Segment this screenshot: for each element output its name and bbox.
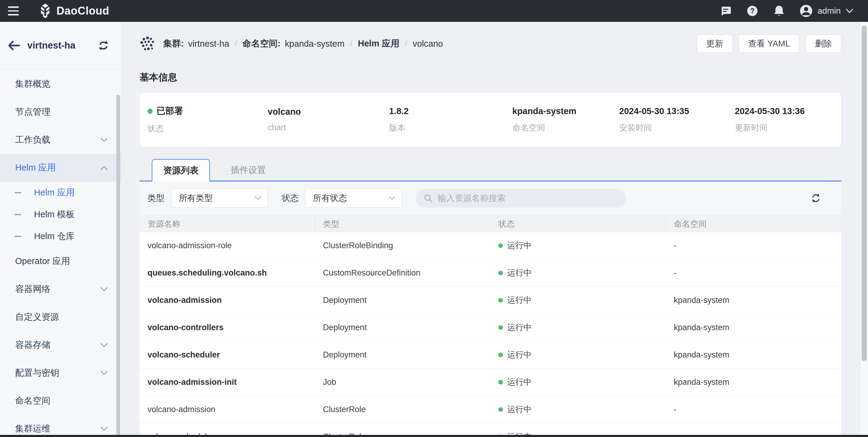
chevron-down-icon bbox=[100, 343, 108, 347]
chevron-up-icon bbox=[100, 166, 108, 170]
info-field-version: 1.8.2 版本 bbox=[389, 106, 512, 133]
daocloud-logo-icon bbox=[38, 3, 52, 19]
running-status-dot bbox=[498, 325, 503, 330]
bell-icon[interactable] bbox=[773, 5, 785, 17]
user-menu[interactable]: admin bbox=[799, 4, 854, 18]
username: admin bbox=[817, 6, 841, 16]
breadcrumb-app-name: volcano bbox=[413, 39, 443, 49]
sidebar-item-custom-resources[interactable]: 自定义资源 bbox=[0, 303, 121, 331]
search-input[interactable] bbox=[438, 193, 618, 203]
table-row[interactable]: volcano-controllers Deployment 运行中 kpand… bbox=[140, 314, 841, 341]
running-status-dot bbox=[498, 271, 503, 275]
sidebar-subitem-helm-templates[interactable]: Helm 模板 bbox=[0, 204, 121, 225]
page-scrollbar-thumb[interactable] bbox=[862, 26, 867, 361]
type-filter-select[interactable]: 所有类型 bbox=[171, 189, 268, 208]
column-header-name: 资源名称 bbox=[140, 216, 315, 232]
status-filter-select[interactable]: 所有状态 bbox=[305, 189, 402, 208]
back-arrow-icon[interactable] bbox=[7, 39, 21, 52]
page-scrollbar[interactable] bbox=[860, 22, 868, 437]
hamburger-menu-icon[interactable] bbox=[8, 2, 26, 20]
dash-icon bbox=[14, 192, 21, 193]
refresh-icon[interactable] bbox=[809, 191, 823, 205]
chevron-down-icon bbox=[389, 196, 396, 200]
sidebar-item-container-network[interactable]: 容器网络 bbox=[0, 275, 121, 303]
update-button[interactable]: 更新 bbox=[697, 35, 733, 53]
running-status-dot bbox=[498, 298, 503, 303]
resource-list-panel: 类型 所有类型 状态 所有状态 bbox=[140, 182, 841, 437]
table-row[interactable]: volcano-admission-init Job 运行中 kpanda-sy… bbox=[140, 369, 841, 396]
breadcrumb-cluster-value[interactable]: virtnest-ha bbox=[188, 39, 229, 49]
view-yaml-button[interactable]: 查看 YAML bbox=[739, 35, 799, 53]
breadcrumb: 集群: virtnest-ha / 命名空间: kpanda-system / … bbox=[140, 36, 443, 52]
column-header-type: 类型 bbox=[315, 216, 491, 232]
sidebar-item-operator-apps[interactable]: Operator 应用 bbox=[0, 247, 121, 275]
search-icon bbox=[424, 194, 433, 203]
resource-table: 资源名称 类型 状态 命名空间 volcano-admission-role C… bbox=[140, 215, 841, 437]
tab-plugin-settings[interactable]: 插件设置 bbox=[219, 159, 277, 182]
column-header-status: 状态 bbox=[491, 216, 666, 232]
dash-icon bbox=[14, 214, 21, 215]
sidebar-item-config-secrets[interactable]: 配置与密钥 bbox=[0, 359, 121, 387]
sidebar-item-workloads[interactable]: 工作负载 bbox=[0, 126, 121, 154]
basic-info-title: 基本信息 bbox=[140, 71, 841, 84]
bottom-edge-bar bbox=[0, 435, 868, 437]
table-header: 资源名称 类型 状态 命名空间 bbox=[140, 215, 841, 232]
cluster-dots-icon bbox=[140, 36, 155, 52]
breadcrumb-namespace-value[interactable]: kpanda-system bbox=[285, 39, 345, 49]
column-header-namespace: 命名空间 bbox=[666, 216, 841, 232]
sidebar-item-cluster-ops[interactable]: 集群运维 bbox=[0, 415, 121, 437]
chevron-down-icon bbox=[100, 287, 108, 292]
sidebar-scrollbar[interactable] bbox=[116, 95, 120, 437]
deployed-status-dot bbox=[148, 108, 153, 114]
sidebar-subitem-helm-apps[interactable]: Helm 应用 bbox=[0, 182, 121, 204]
type-filter-label: 类型 bbox=[148, 192, 164, 204]
dash-icon bbox=[14, 236, 21, 237]
sidebar-header: virtnest-ha bbox=[0, 22, 121, 69]
table-row[interactable]: queues.scheduling.volcano.sh CustomResou… bbox=[140, 259, 841, 287]
sidebar-item-node-management[interactable]: 节点管理 bbox=[0, 98, 121, 126]
running-status-dot bbox=[498, 243, 503, 248]
message-icon[interactable] bbox=[719, 5, 732, 17]
info-field-status: 已部署 状态 bbox=[148, 105, 268, 134]
info-field-namespace: kpanda-system 命名空间 bbox=[512, 106, 619, 133]
chevron-down-icon bbox=[100, 138, 108, 142]
info-field-chart: volcano chart bbox=[268, 107, 389, 132]
info-field-update-time: 2024-05-30 13:36 更新时间 bbox=[735, 106, 841, 133]
running-status-dot bbox=[498, 380, 503, 384]
breadcrumb-helm-section[interactable]: Helm 应用 bbox=[358, 38, 399, 50]
sidebar-item-helm-apps[interactable]: Helm 应用 bbox=[0, 154, 121, 182]
help-icon[interactable]: ? bbox=[746, 5, 759, 17]
chevron-down-icon bbox=[845, 8, 854, 13]
resource-search[interactable] bbox=[416, 189, 626, 208]
sidebar-subitem-helm-repos[interactable]: Helm 仓库 bbox=[0, 225, 121, 247]
cluster-name: virtnest-ha bbox=[27, 40, 97, 51]
running-status-dot bbox=[498, 407, 503, 412]
status-filter-label: 状态 bbox=[282, 192, 299, 204]
delete-button[interactable]: 删除 bbox=[805, 35, 841, 53]
table-row[interactable]: volcano-admission-role ClusterRoleBindin… bbox=[140, 232, 841, 259]
tab-bar: 资源列表 插件设置 bbox=[140, 158, 841, 182]
tab-resource-list[interactable]: 资源列表 bbox=[152, 159, 210, 182]
breadcrumb-namespace-label: 命名空间: bbox=[243, 38, 281, 50]
topbar: DaoCloud ? admin bbox=[0, 0, 868, 22]
chevron-down-icon bbox=[100, 427, 108, 431]
sidebar-item-cluster-overview[interactable]: 集群概览 bbox=[0, 70, 121, 98]
table-row[interactable]: volcano-admission ClusterRole 运行中 - bbox=[140, 396, 841, 423]
table-row[interactable]: volcano-scheduler Deployment 运行中 kpanda-… bbox=[140, 341, 841, 369]
chevron-down-icon bbox=[100, 371, 108, 375]
brand-name: DaoCloud bbox=[57, 5, 109, 17]
sidebar-item-namespaces[interactable]: 命名空间 bbox=[0, 387, 121, 415]
svg-text:?: ? bbox=[750, 7, 754, 15]
running-status-dot bbox=[498, 353, 503, 357]
table-row[interactable]: volcano-admission Deployment 运行中 kpanda-… bbox=[140, 287, 841, 314]
brand-logo[interactable]: DaoCloud bbox=[38, 3, 109, 19]
avatar-icon bbox=[799, 4, 813, 18]
sidebar-item-container-storage[interactable]: 容器存储 bbox=[0, 331, 121, 359]
switch-cluster-icon[interactable] bbox=[97, 39, 110, 52]
breadcrumb-cluster-label: 集群: bbox=[163, 38, 184, 50]
sidebar-menu: 集群概览 节点管理 工作负载 Helm 应用 Helm 应用 Helm 模板 H… bbox=[0, 69, 121, 437]
basic-info-card: 已部署 状态 volcano chart 1.8.2 版本 kpanda-sys… bbox=[140, 92, 841, 147]
info-field-install-time: 2024-05-30 13:35 安装时间 bbox=[619, 106, 735, 133]
main-content: 集群: virtnest-ha / 命名空间: kpanda-system / … bbox=[121, 22, 868, 437]
chevron-down-icon bbox=[255, 196, 261, 200]
